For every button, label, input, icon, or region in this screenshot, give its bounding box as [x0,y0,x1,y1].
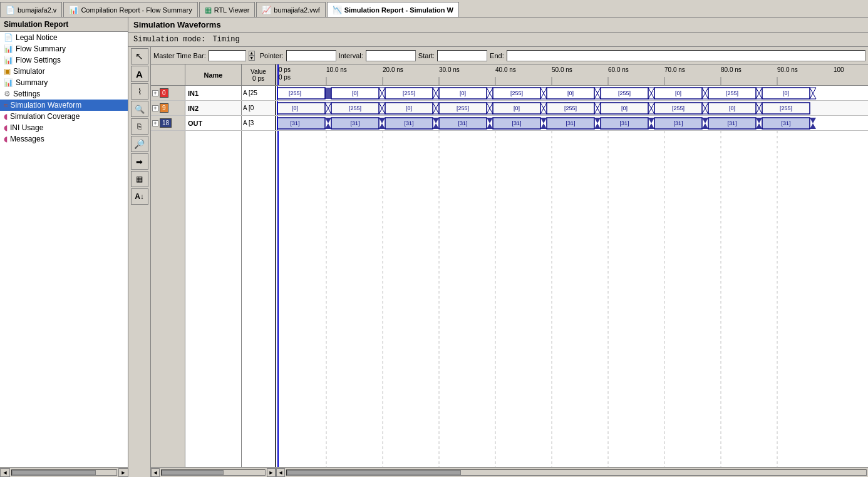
pointer-input[interactable]: 20.25 ns [286,50,336,61]
svg-text:[0]: [0] [567,90,574,96]
sidebar-item-flow-settings[interactable]: 📊 Flow Settings [0,54,128,66]
tab-compilationreport[interactable]: 📊 Compilation Report - Flow Summary [63,2,197,17]
expand-out[interactable]: + [152,120,158,126]
svg-marker-105 [702,118,708,129]
content-header: Simulation Waveforms [128,18,868,33]
master-time-input[interactable]: 0 ps [209,50,246,61]
svg-marker-72 [648,103,654,114]
svg-marker-78 [756,103,762,114]
sidebar-item-label: Messages [10,135,44,143]
svg-rect-82 [277,118,325,129]
end-input[interactable] [507,50,865,61]
start-input[interactable] [437,50,487,61]
svg-marker-23 [325,88,331,99]
rtl-icon: ▦ [205,6,212,14]
svg-marker-29 [433,88,439,99]
expand-in1[interactable]: + [152,90,158,96]
name-in2: IN2 [185,101,242,115]
pointer-label: Pointer: [260,52,284,59]
sidebar-item-messages[interactable]: ◖ Messages [0,133,128,145]
signal-value-out: A [3 [243,120,254,126]
wave-scroll-left-btn[interactable]: ◄ [276,468,285,477]
sidebar-item-flow-summary[interactable]: 📊 Flow Summary [0,43,128,54]
svg-marker-93 [487,118,493,129]
scroll-left-btn[interactable]: ◄ [0,468,10,477]
right-scroll-area: ◄ [276,468,868,477]
sidebar-item-simulation-coverage[interactable]: ◖ Simulation Coverage [0,111,128,122]
time-arrow-btns: ▲ ▼ [249,51,255,61]
name-out: OUT [185,116,242,130]
waveform-tool-btn[interactable]: ⌇ [131,83,148,100]
time-up-btn[interactable]: ▲ [249,51,255,56]
sidebar-item-ini-usage[interactable]: ◖ INI Usage [0,122,128,133]
svg-text:100: 100 [834,66,844,73]
svg-text:20.0 ns: 20.0 ns [383,66,403,73]
text-a-icon: A [136,69,143,80]
tab-label: bumajiafa2.vwf [274,6,319,14]
left-scrollbar-track[interactable] [161,469,266,476]
svg-text:50.0 ns: 50.0 ns [552,66,572,73]
svg-text:[0]: [0] [406,105,412,111]
left-toolbar: ↖ A ⌇ 🔍 ⎘ 🔎 ➡ [128,47,151,477]
interval-input[interactable]: 20.25 ns [366,50,416,61]
sidebar-item-simulation-waveform[interactable]: ≈ Simulation Waveform [0,100,128,111]
name-col-header-label: Name [204,71,223,79]
badge-in2: 9 [160,103,168,113]
svg-text:[31]: [31] [781,120,790,126]
scrollbar-track[interactable] [11,469,117,476]
scrollbar-thumb[interactable] [12,470,96,475]
sidebar-scrollbar[interactable]: ◄ ► [0,467,128,477]
ini-icon: ◖ [4,123,8,132]
sidebar-item-label: Flow Settings [16,56,61,64]
expand-in2[interactable]: + [152,105,158,111]
sidebar-item-simulator[interactable]: ▣ Simulator [0,66,128,77]
svg-text:[0]: [0] [514,105,520,111]
svg-text:[255]: [255] [510,90,523,96]
signal-row-in2: + 9 IN2 A [0 [151,101,868,116]
time-down-btn[interactable]: ▼ [249,56,255,61]
table-icon: 📊 [4,44,13,53]
sidebar-item-label: Simulation Coverage [10,112,80,121]
wave-svg-in1: [255] [0] [255] [276,86,868,100]
sort-btn[interactable]: A↓ [131,188,148,205]
svg-marker-90 [433,118,439,129]
tab-bumajiafa2v[interactable]: 📄 bumajiafa2.v [0,2,62,17]
scroll-right-btn-bottom[interactable]: ► [267,468,276,477]
page-title: Simulation Waveforms [133,20,221,29]
sim-mode-bar: Simulation mode: Timing [128,33,868,47]
svg-text:[31]: [31] [619,120,629,126]
wave-scrollbar-thumb[interactable] [287,470,461,475]
signal-value-in2: A [0 [243,105,254,111]
sidebar-item-label: Flow Summary [16,44,66,53]
signal-row-in1: + 0 IN1 A [25 [151,86,868,101]
tab-bumajiafa2vwf[interactable]: 📈 bumajiafa2.vwf [256,2,325,17]
copy-btn[interactable]: ⎘ [131,118,148,135]
left-scrollbar-thumb[interactable] [162,470,224,475]
svg-text:40.0 ns: 40.0 ns [495,66,516,73]
scroll-right-btn[interactable]: ► [118,468,128,477]
svg-text:[0]: [0] [621,105,628,111]
find-next-btn[interactable]: ➡ [131,153,148,170]
wave-in1: [255] [0] [255] [276,86,868,100]
find-btn[interactable]: 🔎 [131,136,148,152]
zoom-in-btn[interactable]: 🔍 [131,101,148,117]
waveform-header: Name Value 0 ps 0 ps [151,64,868,86]
grid-btn[interactable]: ▦ [131,171,148,187]
empty-wave [276,131,868,467]
wave-scrollbar-track[interactable] [286,469,867,476]
sidebar-item-settings[interactable]: ⚙ Settings [0,88,128,100]
svg-text:0 ps: 0 ps [279,66,291,73]
tab-rtlviewer[interactable]: ▦ RTL Viewer [199,2,256,17]
sidebar-item-label: Settings [13,90,40,98]
svg-marker-50 [810,88,816,99]
scroll-left-btn-bottom[interactable]: ◄ [151,468,160,477]
tab-simulationreport[interactable]: 📉 Simulation Report - Simulation W [327,2,459,17]
text-tool-btn[interactable]: A [131,66,148,82]
sidebar-title: Simulation Report [0,18,128,32]
svg-text:80.0 ns: 80.0 ns [721,66,741,73]
waveform-panel: Master Time Bar: 0 ps ▲ ▼ Pointer: 20.25… [151,47,868,477]
cursor-tool-btn[interactable]: ↖ [131,48,148,64]
svg-text:10.0 ns: 10.0 ns [326,66,347,73]
sidebar-item-legal-notice[interactable]: 📄 Legal Notice [0,32,128,43]
sidebar-item-summary[interactable]: 📊 Summary [0,77,128,88]
